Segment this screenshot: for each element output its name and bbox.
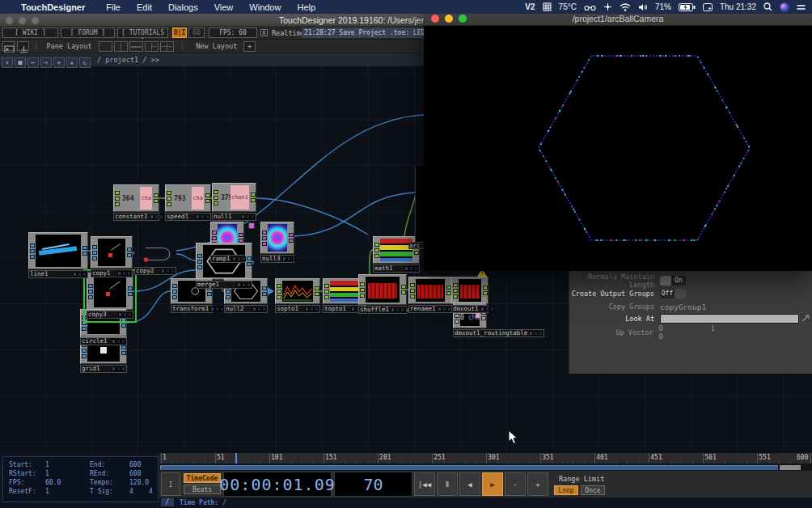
node-label-null2[interactable]: null2	[224, 305, 268, 313]
param-value[interactable]: copyGroup1	[660, 303, 706, 311]
timeline-scroll-strip[interactable]	[159, 464, 812, 471]
node-label-grid1[interactable]: grid1	[80, 365, 127, 373]
layout-preset-quad[interactable]	[160, 41, 174, 52]
node-label-math1[interactable]: math1	[373, 265, 420, 273]
node-null3[interactable]	[260, 222, 294, 254]
pane-maximize-icon[interactable]	[2, 41, 15, 51]
output-connectors[interactable]	[82, 233, 87, 269]
output-connectors[interactable]	[482, 277, 488, 303]
input-connectors[interactable]	[276, 279, 281, 303]
zoom-button[interactable]	[459, 15, 467, 23]
realtime-checkbox[interactable]: x	[260, 29, 268, 36]
search-icon[interactable]	[763, 2, 772, 11]
node-line1[interactable]	[28, 232, 88, 269]
minimize-button[interactable]	[445, 15, 453, 23]
toggle-off[interactable]: Off	[660, 289, 686, 298]
wifi-icon[interactable]	[620, 3, 631, 11]
menu-item-help[interactable]: Help	[289, 2, 324, 12]
menu-item-window[interactable]: Window	[241, 2, 289, 12]
pane-anchor-icon[interactable]	[17, 41, 29, 51]
input-connectors[interactable]	[91, 237, 97, 268]
input-connectors[interactable]	[409, 277, 415, 303]
input-connectors[interactable]	[197, 243, 202, 279]
node-label-sopto1[interactable]: sopto1	[275, 305, 320, 313]
input-connectors[interactable]	[166, 185, 171, 211]
node-label-transform1[interactable]: transform1	[171, 305, 213, 313]
node-label-copy1[interactable]: copy1	[91, 269, 133, 277]
fps-alt-button[interactable]: 60	[188, 28, 205, 38]
input-connectors[interactable]	[452, 277, 458, 303]
output-connectors[interactable]	[400, 275, 406, 304]
timecode-mode-button[interactable]: TimeCode	[184, 473, 221, 483]
loop-button[interactable]: Loop	[554, 485, 578, 495]
play-button[interactable]: ▶	[482, 472, 503, 496]
sync-mode-button[interactable]: I	[161, 472, 180, 496]
node-label-dmxout1_routingtable[interactable]: dmxout1_routingtable	[453, 329, 544, 337]
input-connectors[interactable]	[29, 233, 35, 269]
bookmark-icon[interactable]: ★	[66, 57, 78, 68]
output-connectors[interactable]	[205, 185, 210, 211]
output-connectors[interactable]	[288, 222, 294, 253]
input-connectors[interactable]	[374, 237, 379, 263]
beats-mode-button[interactable]: Beats	[184, 485, 221, 494]
node-dmxout1[interactable]	[451, 277, 488, 304]
move-icon[interactable]	[603, 2, 612, 11]
traffic-lights-inactive[interactable]	[6, 17, 39, 24]
tutorials-button[interactable]: [ TUTORIALS ]	[117, 28, 168, 38]
timeline-ruler[interactable]: 151101151201251301351401451501551600	[159, 453, 812, 464]
node-label-speed1[interactable]: speed1	[165, 213, 211, 221]
v2-menu-icon[interactable]: V2	[525, 2, 535, 11]
input-connectors[interactable]	[171, 279, 177, 303]
node-label-copy3[interactable]: copy3	[87, 311, 133, 319]
glasses-icon[interactable]	[584, 3, 596, 11]
node-label-null3[interactable]: null3	[260, 255, 294, 263]
node-copy1[interactable]	[91, 236, 133, 269]
node-shuffle1[interactable]	[358, 274, 407, 305]
play-reverse-button[interactable]: ◀	[459, 472, 480, 496]
add-layout-button[interactable]: +	[243, 41, 256, 52]
notification-center-icon[interactable]	[797, 3, 806, 11]
node-label-line1[interactable]: line1	[28, 270, 88, 278]
menu-item-edit[interactable]: Edit	[129, 2, 160, 12]
layout-preset-three[interactable]	[145, 41, 159, 52]
time-path-slash-chip[interactable]: /	[161, 498, 174, 506]
node-speed1[interactable]: 793cha	[165, 184, 211, 212]
output-connectors[interactable]	[126, 237, 132, 268]
render-viewport[interactable]	[424, 26, 812, 271]
viewer-flag[interactable]	[248, 222, 255, 229]
screenshot-icon[interactable]	[703, 3, 713, 11]
output-input-toggle[interactable]: O|I	[172, 28, 187, 38]
menu-item-dialogs[interactable]: Dialogs	[160, 2, 206, 12]
layout-preset-hsplit[interactable]	[129, 41, 143, 52]
timeline-scrollbar[interactable]	[161, 465, 778, 470]
app-menu[interactable]: TouchDesigner	[21, 2, 98, 12]
node-label-constant1[interactable]: constant1	[113, 213, 159, 221]
forum-button[interactable]: [ FORUM ]	[61, 28, 115, 38]
output-connectors[interactable]	[446, 277, 451, 303]
input-connectors[interactable]	[261, 222, 267, 253]
node-label-null1[interactable]: null1	[212, 213, 256, 221]
output-connectors[interactable]	[153, 185, 159, 211]
node-rename1[interactable]	[408, 277, 452, 304]
add-icon[interactable]: +	[53, 57, 65, 68]
output-connectors[interactable]	[250, 184, 256, 211]
arcball-camera-window[interactable]: /project1/arcBallCamera	[424, 11, 812, 271]
output-connectors[interactable]	[261, 279, 267, 303]
pause-button[interactable]: Ⅱ	[437, 472, 458, 496]
node-label-ramp1[interactable]: ramp1	[210, 255, 244, 263]
battery-icon[interactable]	[679, 3, 696, 11]
input-connectors[interactable]	[213, 184, 218, 211]
input-connectors[interactable]	[359, 275, 365, 304]
playhead[interactable]	[235, 453, 237, 464]
input-connectors[interactable]	[324, 279, 329, 303]
node-label-rename1[interactable]: rename1	[408, 305, 452, 313]
wiki-button[interactable]: [ WIKI ]	[2, 28, 58, 38]
close-button[interactable]	[431, 15, 439, 23]
node-constant1[interactable]: 364cha	[113, 184, 159, 212]
menu-item-file[interactable]: File	[98, 2, 129, 12]
menu-item-view[interactable]: View	[206, 2, 242, 12]
network-path-breadcrumb[interactable]: / project1 / >>	[97, 56, 159, 64]
node-label-copy2[interactable]: copy2	[134, 267, 176, 275]
look-at-field[interactable]	[660, 314, 799, 324]
once-button[interactable]: Once	[581, 485, 605, 495]
